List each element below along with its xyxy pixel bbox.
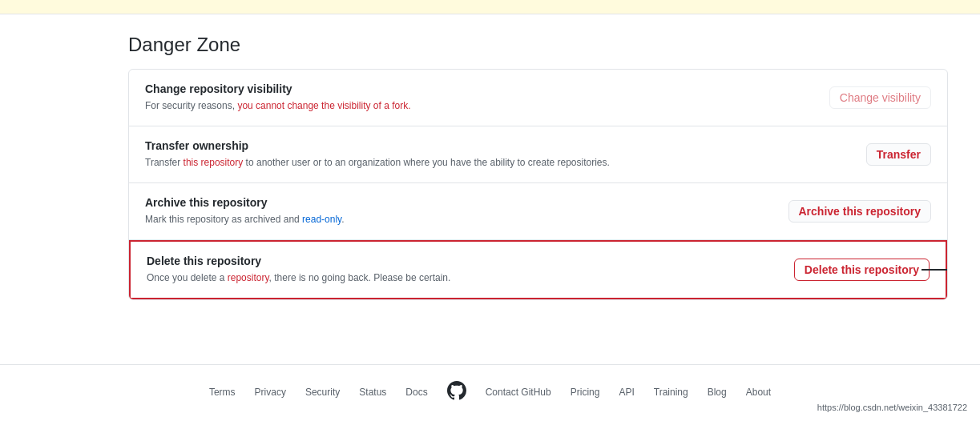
footer-api[interactable]: API <box>619 387 634 398</box>
delete-button[interactable]: Delete this repository <box>794 259 930 281</box>
transfer-desc-suffix: to another user or to an organization wh… <box>243 157 610 168</box>
arrow-icon <box>922 258 948 282</box>
footer-docs[interactable]: Docs <box>405 387 427 398</box>
archive-title: Archive this repository <box>145 196 788 209</box>
footer-url: https://blog.csdn.net/weixin_43381722 <box>817 403 967 412</box>
footer-status[interactable]: Status <box>359 387 386 398</box>
footer-about[interactable]: About <box>746 387 771 398</box>
visibility-desc: For security reasons, you cannot change … <box>145 98 829 113</box>
archive-desc-link: read-only <box>302 214 341 225</box>
delete-title: Delete this repository <box>147 255 794 267</box>
archive-row: Archive this repository Mark this reposi… <box>129 183 947 240</box>
delete-desc: Once you delete a repository, there is n… <box>147 271 794 285</box>
footer-github-icon <box>447 381 466 403</box>
visibility-title: Change repository visibility <box>145 82 829 95</box>
footer-pricing[interactable]: Pricing <box>571 387 600 398</box>
transfer-row: Transfer ownership Transfer this reposit… <box>129 126 947 183</box>
delete-desc-suffix: , there is no going back. Please be cert… <box>269 272 451 283</box>
footer: Terms Privacy Security Status Docs Conta… <box>0 364 980 419</box>
archive-desc: Mark this repository as archived and rea… <box>145 212 788 227</box>
archive-desc-plain: Mark this repository as archived and <box>145 214 302 225</box>
delete-desc-link: repository <box>228 272 269 283</box>
visibility-row: Change repository visibility For securit… <box>129 70 947 126</box>
transfer-info: Transfer ownership Transfer this reposit… <box>145 139 866 170</box>
transfer-desc: Transfer this repository to another user… <box>145 155 866 170</box>
footer-security[interactable]: Security <box>305 387 340 398</box>
delete-info: Delete this repository Once you delete a… <box>147 255 794 285</box>
delete-button-wrapper: Delete this repository <box>794 259 930 281</box>
change-visibility-button[interactable]: Change visibility <box>829 86 931 109</box>
archive-button[interactable]: Archive this repository <box>788 200 932 223</box>
delete-row: Delete this repository Once you delete a… <box>129 240 947 299</box>
footer-privacy[interactable]: Privacy <box>255 387 286 398</box>
visibility-desc-link: you cannot change the visibility of a fo… <box>237 100 410 111</box>
footer-contact[interactable]: Contact GitHub <box>486 387 551 398</box>
delete-desc-plain: Once you delete a <box>147 272 228 283</box>
visibility-desc-plain: For security reasons, <box>145 100 237 111</box>
archive-desc-suffix: . <box>341 214 344 225</box>
archive-info: Archive this repository Mark this reposi… <box>145 196 788 227</box>
footer-training[interactable]: Training <box>654 387 688 398</box>
transfer-desc-plain: Transfer <box>145 157 183 168</box>
main-content: Danger Zone Change repository visibility… <box>0 14 980 332</box>
visibility-info: Change repository visibility For securit… <box>145 82 829 113</box>
transfer-desc-link: this repository <box>183 157 244 168</box>
danger-zone-box: Change repository visibility For securit… <box>128 69 948 300</box>
top-bar <box>0 0 980 14</box>
transfer-title: Transfer ownership <box>145 139 866 152</box>
footer-blog[interactable]: Blog <box>708 387 727 398</box>
transfer-button[interactable]: Transfer <box>866 143 931 166</box>
danger-zone-title: Danger Zone <box>128 34 948 56</box>
footer-terms[interactable]: Terms <box>209 387 236 398</box>
